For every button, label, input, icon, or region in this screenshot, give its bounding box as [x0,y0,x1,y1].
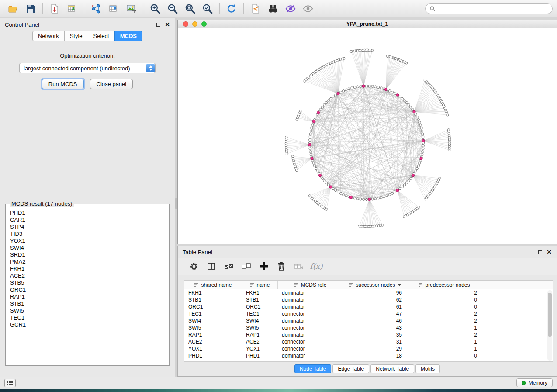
dominator-node[interactable] [308,143,311,146]
table-cell[interactable]: 61 [343,303,407,310]
table-cell[interactable]: SWI5 [242,324,278,331]
network-node[interactable] [337,191,339,193]
network-node[interactable] [353,86,356,88]
network-node[interactable] [351,87,353,89]
network-node[interactable] [365,85,367,87]
close-panel-button[interactable]: Close panel [90,79,133,89]
table-cell[interactable]: 35 [343,331,407,338]
network-canvas[interactable] [178,28,557,244]
select-all-columns-button[interactable] [223,261,235,272]
network-node[interactable] [356,86,359,88]
tab-network[interactable]: Network [32,31,64,41]
table-cell[interactable]: RAP1 [184,331,242,338]
network-window-titlebar[interactable]: YPA_prune.txt_1 [178,20,557,28]
network-node[interactable] [345,195,347,197]
mcds-result-item[interactable]: GCR1 [10,321,169,328]
mcds-result-item[interactable]: TEC1 [10,314,169,321]
network-node[interactable] [325,101,327,103]
mcds-result-item[interactable]: STB1 [10,300,169,307]
network-node[interactable] [418,206,420,208]
network-node[interactable] [415,170,417,172]
table-cell[interactable]: 46 [343,317,407,324]
network-node[interactable] [405,182,408,184]
mcds-result-item[interactable]: FKH1 [10,265,169,272]
table-cell[interactable]: connector [278,338,343,345]
table-cell[interactable]: 1 [407,345,481,352]
table-scrollbar[interactable] [547,290,552,361]
deselect-all-columns-button[interactable] [241,261,252,272]
network-node[interactable] [315,116,317,118]
mcds-result-item[interactable]: ORC1 [10,286,169,293]
network-node[interactable] [348,88,350,90]
import-network-button[interactable] [46,2,63,16]
find-button[interactable] [264,2,282,16]
table-cell[interactable]: connector [278,324,343,331]
run-mcds-button[interactable]: Run MCDS [42,79,84,89]
network-node[interactable] [408,179,410,182]
table-cell[interactable]: 2 [407,289,481,296]
network-node[interactable] [342,90,344,92]
table-cell[interactable]: STB1 [242,296,278,303]
network-node[interactable] [447,129,450,131]
network-node[interactable] [401,186,403,188]
mcds-result-item[interactable]: YOX1 [10,237,169,244]
float-panel-icon[interactable] [156,23,160,27]
column-header-mcds-role[interactable]: MCDS role [278,281,343,289]
dominator-node[interactable] [312,120,315,123]
network-node[interactable] [405,101,408,103]
network-node[interactable] [327,184,329,186]
network-node[interactable] [310,153,312,155]
network-node[interactable] [314,165,316,167]
table-row[interactable]: ORC1ORC1dominator610 [184,303,553,310]
network-node[interactable] [325,182,327,184]
zoom-out-button[interactable] [164,2,181,16]
network-node[interactable] [399,96,401,98]
network-node[interactable] [371,85,374,87]
float-panel-icon[interactable] [538,250,542,254]
network-node[interactable] [330,97,332,100]
table-cell[interactable]: connector [278,310,343,317]
mcds-result-item[interactable]: PHD1 [10,210,169,217]
table-cell[interactable] [481,345,553,352]
table-cell[interactable]: SWI4 [242,317,278,324]
dominator-node[interactable] [329,186,332,188]
network-node[interactable] [388,193,391,196]
mcds-result-item[interactable]: CAR1 [10,217,169,224]
network-node[interactable] [409,177,412,179]
table-cell[interactable]: connector [278,345,343,352]
table-settings-button[interactable] [188,261,200,272]
table-row[interactable]: STB1STB1dominator620 [184,296,553,303]
hide-graphics-button[interactable] [282,2,299,16]
network-node[interactable] [327,100,329,102]
table-cell[interactable]: PHD1 [184,352,242,359]
network-node[interactable] [309,148,311,150]
network-node[interactable] [323,103,325,106]
network-node[interactable] [363,198,365,200]
table-cell[interactable]: SWI5 [184,324,242,331]
table-cell[interactable]: ORC1 [242,303,278,310]
network-node[interactable] [394,93,396,95]
network-node[interactable] [409,106,412,108]
table-cell[interactable]: dominator [278,303,343,310]
network-node[interactable] [342,193,344,196]
network-node[interactable] [383,196,385,198]
table-cell[interactable]: dominator [278,289,343,296]
network-node[interactable] [311,124,314,126]
table-cell[interactable]: 18 [343,352,407,359]
mcds-result-item[interactable]: PMA2 [10,258,169,265]
table-cell[interactable] [481,338,553,345]
dominator-node[interactable] [396,189,399,192]
network-node[interactable] [312,162,315,164]
network-node[interactable] [391,192,393,194]
network-node[interactable] [332,188,334,190]
table-cell[interactable]: 2 [407,331,481,338]
table-row[interactable]: SWI5SWI5connector431 [184,324,553,331]
network-node[interactable] [399,188,401,190]
mcds-result-item[interactable]: SWI4 [10,244,169,251]
table-cell[interactable]: 0 [407,303,481,310]
mcds-result-item[interactable]: SRD1 [10,251,169,258]
table-cell[interactable]: 47 [343,310,407,317]
table-cell[interactable]: dominator [278,331,343,338]
table-row[interactable]: ACE2ACE2connector311 [184,338,553,345]
network-node[interactable] [356,198,359,200]
